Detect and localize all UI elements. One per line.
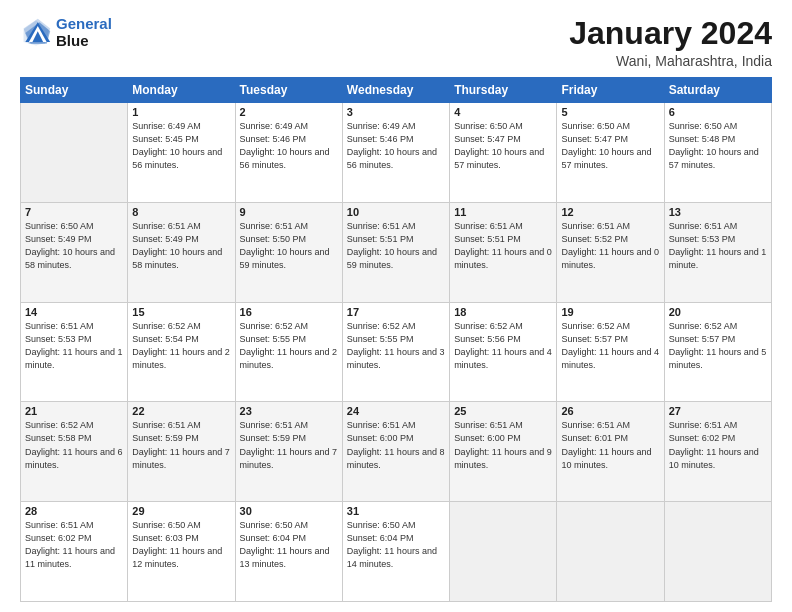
day-number: 17 [347,306,445,318]
day-info: Sunrise: 6:52 AM Sunset: 5:57 PM Dayligh… [561,320,659,372]
calendar-cell: 11Sunrise: 6:51 AM Sunset: 5:51 PM Dayli… [450,202,557,302]
col-saturday: Saturday [664,78,771,103]
calendar-cell: 27Sunrise: 6:51 AM Sunset: 6:02 PM Dayli… [664,402,771,502]
logo-icon [20,17,52,49]
logo-blue: Blue [56,32,89,49]
day-number: 18 [454,306,552,318]
calendar-cell: 22Sunrise: 6:51 AM Sunset: 5:59 PM Dayli… [128,402,235,502]
calendar-cell: 18Sunrise: 6:52 AM Sunset: 5:56 PM Dayli… [450,302,557,402]
calendar-cell: 3Sunrise: 6:49 AM Sunset: 5:46 PM Daylig… [342,103,449,203]
day-info: Sunrise: 6:51 AM Sunset: 5:49 PM Dayligh… [132,220,230,272]
day-info: Sunrise: 6:50 AM Sunset: 5:47 PM Dayligh… [454,120,552,172]
day-number: 31 [347,505,445,517]
day-number: 23 [240,405,338,417]
day-number: 14 [25,306,123,318]
day-number: 8 [132,206,230,218]
day-info: Sunrise: 6:52 AM Sunset: 5:56 PM Dayligh… [454,320,552,372]
calendar-cell [664,502,771,602]
calendar-week-row: 28Sunrise: 6:51 AM Sunset: 6:02 PM Dayli… [21,502,772,602]
calendar-week-row: 21Sunrise: 6:52 AM Sunset: 5:58 PM Dayli… [21,402,772,502]
day-number: 3 [347,106,445,118]
day-info: Sunrise: 6:52 AM Sunset: 5:55 PM Dayligh… [240,320,338,372]
calendar-cell: 30Sunrise: 6:50 AM Sunset: 6:04 PM Dayli… [235,502,342,602]
day-info: Sunrise: 6:52 AM Sunset: 5:57 PM Dayligh… [669,320,767,372]
day-info: Sunrise: 6:51 AM Sunset: 5:59 PM Dayligh… [240,419,338,471]
col-wednesday: Wednesday [342,78,449,103]
day-info: Sunrise: 6:50 AM Sunset: 6:03 PM Dayligh… [132,519,230,571]
calendar-cell: 31Sunrise: 6:50 AM Sunset: 6:04 PM Dayli… [342,502,449,602]
day-info: Sunrise: 6:50 AM Sunset: 6:04 PM Dayligh… [240,519,338,571]
calendar-cell: 5Sunrise: 6:50 AM Sunset: 5:47 PM Daylig… [557,103,664,203]
day-info: Sunrise: 6:50 AM Sunset: 6:04 PM Dayligh… [347,519,445,571]
day-number: 20 [669,306,767,318]
calendar-cell: 21Sunrise: 6:52 AM Sunset: 5:58 PM Dayli… [21,402,128,502]
logo: General Blue [20,16,112,49]
calendar-table: Sunday Monday Tuesday Wednesday Thursday… [20,77,772,602]
logo-text: General Blue [56,16,112,49]
day-info: Sunrise: 6:50 AM Sunset: 5:49 PM Dayligh… [25,220,123,272]
day-number: 10 [347,206,445,218]
calendar-cell: 23Sunrise: 6:51 AM Sunset: 5:59 PM Dayli… [235,402,342,502]
day-info: Sunrise: 6:49 AM Sunset: 5:45 PM Dayligh… [132,120,230,172]
day-info: Sunrise: 6:52 AM Sunset: 5:58 PM Dayligh… [25,419,123,471]
calendar-week-row: 7Sunrise: 6:50 AM Sunset: 5:49 PM Daylig… [21,202,772,302]
calendar-cell [21,103,128,203]
calendar-cell: 6Sunrise: 6:50 AM Sunset: 5:48 PM Daylig… [664,103,771,203]
day-info: Sunrise: 6:52 AM Sunset: 5:54 PM Dayligh… [132,320,230,372]
day-number: 30 [240,505,338,517]
day-info: Sunrise: 6:51 AM Sunset: 5:50 PM Dayligh… [240,220,338,272]
calendar-cell: 2Sunrise: 6:49 AM Sunset: 5:46 PM Daylig… [235,103,342,203]
day-info: Sunrise: 6:51 AM Sunset: 5:51 PM Dayligh… [347,220,445,272]
col-friday: Friday [557,78,664,103]
day-number: 19 [561,306,659,318]
calendar-cell: 12Sunrise: 6:51 AM Sunset: 5:52 PM Dayli… [557,202,664,302]
calendar-cell: 10Sunrise: 6:51 AM Sunset: 5:51 PM Dayli… [342,202,449,302]
calendar-cell: 24Sunrise: 6:51 AM Sunset: 6:00 PM Dayli… [342,402,449,502]
day-number: 29 [132,505,230,517]
calendar-cell: 19Sunrise: 6:52 AM Sunset: 5:57 PM Dayli… [557,302,664,402]
calendar-cell: 15Sunrise: 6:52 AM Sunset: 5:54 PM Dayli… [128,302,235,402]
day-info: Sunrise: 6:51 AM Sunset: 5:59 PM Dayligh… [132,419,230,471]
calendar-cell: 20Sunrise: 6:52 AM Sunset: 5:57 PM Dayli… [664,302,771,402]
day-number: 22 [132,405,230,417]
day-number: 24 [347,405,445,417]
col-tuesday: Tuesday [235,78,342,103]
day-info: Sunrise: 6:51 AM Sunset: 6:01 PM Dayligh… [561,419,659,471]
col-sunday: Sunday [21,78,128,103]
logo-general: General [56,15,112,32]
day-number: 5 [561,106,659,118]
day-number: 4 [454,106,552,118]
day-number: 15 [132,306,230,318]
day-info: Sunrise: 6:49 AM Sunset: 5:46 PM Dayligh… [240,120,338,172]
calendar-cell: 29Sunrise: 6:50 AM Sunset: 6:03 PM Dayli… [128,502,235,602]
day-number: 13 [669,206,767,218]
day-number: 6 [669,106,767,118]
day-info: Sunrise: 6:51 AM Sunset: 5:52 PM Dayligh… [561,220,659,272]
calendar-cell: 8Sunrise: 6:51 AM Sunset: 5:49 PM Daylig… [128,202,235,302]
day-info: Sunrise: 6:51 AM Sunset: 6:02 PM Dayligh… [669,419,767,471]
day-info: Sunrise: 6:50 AM Sunset: 5:48 PM Dayligh… [669,120,767,172]
calendar-cell: 25Sunrise: 6:51 AM Sunset: 6:00 PM Dayli… [450,402,557,502]
day-number: 12 [561,206,659,218]
day-number: 1 [132,106,230,118]
day-number: 7 [25,206,123,218]
calendar-cell [450,502,557,602]
col-thursday: Thursday [450,78,557,103]
title-block: January 2024 Wani, Maharashtra, India [569,16,772,69]
calendar-cell: 26Sunrise: 6:51 AM Sunset: 6:01 PM Dayli… [557,402,664,502]
day-info: Sunrise: 6:51 AM Sunset: 5:53 PM Dayligh… [669,220,767,272]
calendar-week-row: 14Sunrise: 6:51 AM Sunset: 5:53 PM Dayli… [21,302,772,402]
day-number: 25 [454,405,552,417]
day-info: Sunrise: 6:51 AM Sunset: 5:51 PM Dayligh… [454,220,552,272]
header: General Blue January 2024 Wani, Maharash… [20,16,772,69]
calendar-cell: 1Sunrise: 6:49 AM Sunset: 5:45 PM Daylig… [128,103,235,203]
calendar-cell: 16Sunrise: 6:52 AM Sunset: 5:55 PM Dayli… [235,302,342,402]
day-info: Sunrise: 6:51 AM Sunset: 6:02 PM Dayligh… [25,519,123,571]
day-info: Sunrise: 6:51 AM Sunset: 6:00 PM Dayligh… [454,419,552,471]
day-number: 16 [240,306,338,318]
calendar-header-row: Sunday Monday Tuesday Wednesday Thursday… [21,78,772,103]
col-monday: Monday [128,78,235,103]
day-number: 26 [561,405,659,417]
day-info: Sunrise: 6:49 AM Sunset: 5:46 PM Dayligh… [347,120,445,172]
day-number: 11 [454,206,552,218]
